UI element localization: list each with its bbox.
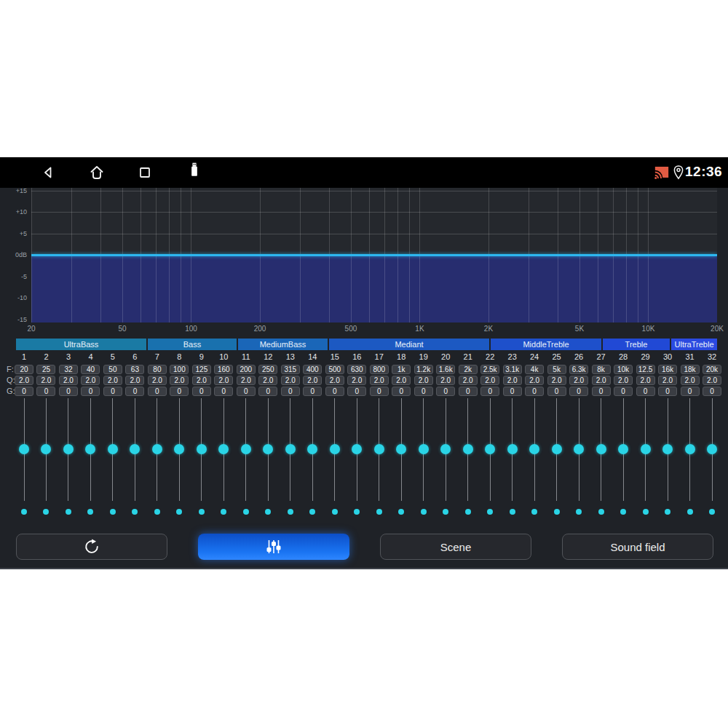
band-slider-knob[interactable]: [241, 444, 251, 454]
band-slider-knob[interactable]: [130, 444, 140, 454]
band-gain-value: 0: [636, 387, 655, 396]
band-indicator-dot[interactable]: [709, 509, 715, 515]
band-gain-value: 0: [370, 387, 389, 396]
frequency-tick-label: 20K: [711, 325, 724, 333]
eq-band-column: 233.1k2.00: [502, 352, 523, 521]
scene-button[interactable]: Scene: [380, 534, 531, 560]
band-gain-value: 0: [703, 387, 721, 396]
band-slider-knob[interactable]: [596, 444, 606, 454]
band-gain-value: 0: [214, 387, 233, 396]
graph-vertical-gridline: [384, 256, 385, 323]
band-slider-knob[interactable]: [618, 444, 628, 454]
band-frequency-value: 630: [347, 365, 366, 374]
band-indicator-dot[interactable]: [465, 509, 471, 515]
graph-vertical-gridline: [529, 256, 529, 323]
band-indicator-dot[interactable]: [288, 509, 293, 515]
band-slider-knob[interactable]: [419, 444, 429, 454]
band-indicator-dot[interactable]: [487, 509, 493, 515]
band-indicator-dot[interactable]: [110, 509, 116, 515]
band-slider-knob[interactable]: [85, 444, 95, 454]
band-indicator-dot[interactable]: [576, 509, 582, 515]
band-indicator-dot[interactable]: [43, 509, 49, 515]
recents-icon[interactable]: [136, 164, 154, 181]
equalizer-tab-button[interactable]: [198, 534, 349, 560]
band-indicator-dot[interactable]: [531, 509, 537, 515]
band-indicator-dot[interactable]: [66, 509, 71, 515]
band-indicator-dot[interactable]: [176, 509, 182, 515]
band-slider-knob[interactable]: [374, 444, 384, 454]
home-icon[interactable]: [88, 164, 106, 181]
band-indicator-dot[interactable]: [554, 509, 560, 515]
band-indicator-dot[interactable]: [309, 509, 315, 515]
band-indicator-dot[interactable]: [643, 509, 649, 515]
back-icon[interactable]: [39, 164, 57, 181]
band-indicator-dot[interactable]: [132, 509, 138, 515]
graph-vertical-gridline: [351, 256, 352, 323]
band-slider-knob[interactable]: [218, 444, 229, 454]
band-frequency-value: 315: [281, 365, 300, 374]
band-slider-knob[interactable]: [463, 444, 473, 454]
band-indicator-dot[interactable]: [154, 509, 160, 515]
sound-field-button[interactable]: Sound field: [562, 534, 713, 560]
band-slider-knob[interactable]: [529, 444, 539, 454]
band-indicator-dot[interactable]: [199, 509, 205, 515]
band-indicator-dot[interactable]: [87, 509, 93, 515]
band-slider-knob[interactable]: [396, 444, 406, 454]
band-indicator-dot[interactable]: [620, 509, 626, 515]
band-indicator-dot[interactable]: [221, 509, 226, 515]
usb-icon[interactable]: [186, 162, 203, 179]
eq-band-column: 5502.00: [102, 352, 124, 521]
band-slider-knob[interactable]: [152, 444, 162, 454]
frequency-axis: 20501002005001K2K5K10K20K: [31, 323, 717, 337]
reset-button[interactable]: [16, 534, 167, 560]
band-slider-knob[interactable]: [197, 444, 207, 454]
band-slider-knob[interactable]: [19, 444, 29, 454]
band-indicator-dot[interactable]: [21, 509, 27, 515]
band-indicator-dot[interactable]: [687, 509, 693, 515]
band-indicator-dot[interactable]: [398, 509, 404, 515]
band-gain-value: 0: [325, 387, 344, 396]
band-slider-knob[interactable]: [662, 444, 673, 454]
band-gain-value: 0: [125, 387, 144, 396]
graph-vertical-gridline: [598, 256, 598, 323]
band-indicator-dot[interactable]: [265, 509, 271, 515]
band-number: 10: [213, 352, 234, 361]
band-slider-knob[interactable]: [552, 444, 562, 454]
band-slider-knob[interactable]: [507, 444, 518, 454]
band-slider-knob[interactable]: [63, 444, 74, 454]
band-gain-value: 0: [592, 387, 611, 396]
band-slider-knob[interactable]: [574, 444, 584, 454]
band-indicator-dot[interactable]: [598, 509, 604, 515]
band-slider-knob[interactable]: [41, 444, 51, 454]
band-slider-knob[interactable]: [174, 444, 184, 454]
band-frequency-value: 18k: [681, 365, 700, 374]
band-slider-knob[interactable]: [352, 444, 362, 454]
band-indicator-dot[interactable]: [510, 509, 515, 515]
band-slider-knob[interactable]: [330, 444, 340, 454]
band-indicator-dot[interactable]: [421, 509, 427, 515]
band-slider-knob[interactable]: [108, 444, 118, 454]
band-indicator-dot[interactable]: [332, 509, 338, 515]
band-slider-knob[interactable]: [485, 444, 495, 454]
eq-band-column: 212k2.00: [457, 352, 479, 521]
band-indicator-dot[interactable]: [665, 509, 670, 515]
band-gain-value: 0: [15, 387, 33, 396]
band-slider-knob[interactable]: [285, 444, 296, 454]
band-indicator-dot[interactable]: [243, 509, 249, 515]
band-slider-knob[interactable]: [707, 444, 717, 454]
band-slider-knob[interactable]: [263, 444, 273, 454]
band-frequency-value: 160: [214, 365, 233, 374]
band-slider-knob[interactable]: [440, 444, 451, 454]
band-frequency-value: 125: [192, 365, 211, 374]
band-number: 7: [146, 352, 168, 361]
eq-band-column: 201.6k2.00: [435, 352, 456, 521]
band-frequency-value: 80: [148, 365, 167, 374]
band-indicator-dot[interactable]: [443, 509, 448, 515]
band-slider-knob[interactable]: [307, 444, 317, 454]
band-frequency-value: 1.6k: [436, 365, 455, 374]
band-slider-knob[interactable]: [685, 444, 695, 454]
band-slider-knob[interactable]: [641, 444, 651, 454]
band-number: 3: [58, 352, 79, 361]
band-indicator-dot[interactable]: [354, 509, 360, 515]
band-indicator-dot[interactable]: [376, 509, 382, 515]
